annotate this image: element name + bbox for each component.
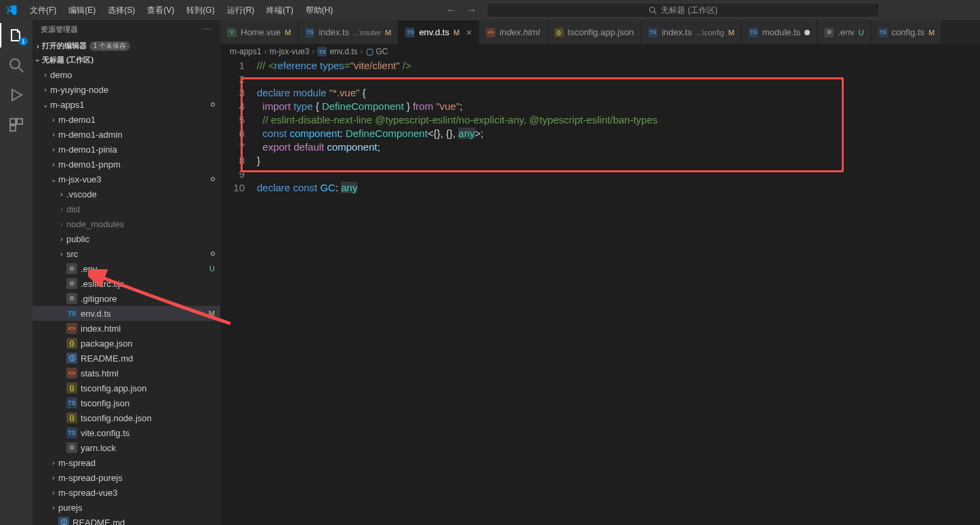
tree-folder[interactable]: ›m-spread-purejs [33,470,220,485]
editor-tab[interactable]: TSenv.d.tsM× [399,20,479,44]
file-icon: ⚙ [824,28,834,37]
tree-file[interactable]: ⚙.envU [33,261,220,276]
code-editor[interactable]: 1/// <reference types="vite/client" />23… [220,59,980,525]
svg-point-2 [10,59,20,69]
tree-folder[interactable]: ⌄m-apps1 [33,97,220,112]
code-line[interactable]: 8} [220,154,980,168]
search-activity-icon[interactable] [8,57,24,73]
menu-item[interactable]: 查看(V) [142,2,180,19]
code-line[interactable]: 10declare const GC: any [220,181,980,195]
file-name: demo [50,70,215,80]
git-status: U [859,28,864,37]
debug-activity-icon[interactable] [8,87,24,103]
tree-file[interactable]: {}package.json [33,336,220,351]
tree-file[interactable]: {}tsconfig.node.json [33,410,220,425]
close-icon[interactable]: × [466,27,472,38]
tree-folder[interactable]: ›.vscode [33,187,220,201]
tree-file[interactable]: TSenv.d.tsM [33,306,220,321]
command-center[interactable]: 无标题 (工作区) [487,3,880,18]
file-name: tsconfig.node.json [81,413,215,423]
editor-tab[interactable]: TSindex.ts...\configM [641,20,742,44]
line-number: 10 [220,181,257,195]
tree-folder[interactable]: ›m-demo1 [33,112,220,127]
tab-name: config.ts [892,27,924,37]
tree-folder[interactable]: ⌄m-jsx-vue3 [33,172,220,187]
tree-folder[interactable]: ›node_modules [33,216,220,231]
tree-folder[interactable]: ›demo [33,67,220,82]
file-name: README.md [73,518,215,526]
code-line[interactable]: 9 [220,168,980,181]
menu-item[interactable]: 文件(F) [24,2,62,19]
tree-folder[interactable]: ›m-demo1-pnpm [33,157,220,172]
editor-tab[interactable]: TSindex.ts...\routerM [298,20,399,44]
code-line[interactable]: 1/// <reference types="vite/client" /> [220,59,980,73]
tree-folder[interactable]: ›dist [33,201,220,216]
menu-item[interactable]: 编辑(E) [63,2,101,19]
tree-folder[interactable]: ›m-spread [33,455,220,470]
explorer-icon[interactable]: 1 [8,27,24,43]
menu-bar: 文件(F)编辑(E)选择(S)查看(V)转到(G)运行(R)终端(T)帮助(H) [24,2,338,19]
tree-folder[interactable]: ›purejs [33,500,220,515]
sidebar-more-icon[interactable]: ⋯ [203,25,212,34]
editor-tab[interactable]: <>index.html [479,20,547,44]
git-status: M [385,28,391,37]
file-icon: TS [749,28,758,37]
nav-back-icon[interactable]: ← [446,4,457,16]
editor-tab[interactable]: TSconfig.tsM [872,20,943,44]
editor-tab[interactable]: {}tsconfig.app.json [548,20,642,44]
tree-file[interactable]: <>stats.html [33,366,220,381]
code-line[interactable]: 3declare module "*.vue" { [220,86,980,100]
menu-item[interactable]: 终端(T) [261,2,298,19]
code-line[interactable]: 2 [220,73,980,86]
tree-file[interactable]: ⚙.gitignore [33,291,220,306]
breadcrumb[interactable]: m-apps1› m-jsx-vue3› TS env.d.ts› ▢ GC [220,44,980,59]
tree-file[interactable]: ⚙.eslintrc.cjs [33,276,220,291]
file-name: stats.html [81,368,215,378]
tree-file[interactable]: ⓘREADME.md [33,351,220,366]
editor-tabs: VHome.vueMTSindex.ts...\routerMTSenv.d.t… [220,20,980,44]
editor-tab[interactable]: ⚙.envU [817,20,872,44]
tree-file[interactable]: ⚙yarn.lock [33,440,220,455]
menu-item[interactable]: 选择(S) [102,2,140,19]
menu-item[interactable]: 运行(R) [222,2,260,19]
workspace-section[interactable]: › 无标题 (工作区) [33,53,220,67]
file-name: purejs [58,503,215,513]
search-icon [649,6,657,14]
svg-rect-5 [17,119,22,124]
file-name: .gitignore [81,294,215,304]
code-line[interactable]: 7 export default component; [220,140,980,154]
tree-folder[interactable]: ›m-yuying-node [33,82,220,97]
file-name: m-demo1-pnpm [58,159,215,170]
file-name: m-spread [58,458,215,468]
tab-name: index.ts [661,27,692,37]
tree-folder[interactable]: ›public [33,231,220,246]
tree-file[interactable]: TStsconfig.json [33,395,220,410]
extensions-activity-icon[interactable] [8,117,24,133]
menu-item[interactable]: 转到(G) [181,2,220,19]
nav-forward-icon[interactable]: → [466,4,477,16]
tree-file[interactable]: TSvite.config.ts [33,425,220,440]
tree-folder[interactable]: ›m-demo1-pinia [33,142,220,157]
tree-file[interactable]: {}tsconfig.app.json [33,381,220,395]
file-name: tsconfig.json [81,398,215,408]
code-line[interactable]: 5 // eslint-disable-next-line @typescrip… [220,113,980,127]
editor-tab[interactable]: TSmodule.ts [742,20,817,44]
tab-name: env.d.ts [419,27,449,37]
menu-item[interactable]: 帮助(H) [300,2,339,19]
tree-folder[interactable]: ›src [33,246,220,261]
tree-folder[interactable]: ›m-spread-vue3 [33,485,220,500]
file-icon: <> [486,28,495,37]
tab-name: Home.vue [241,27,281,37]
search-title: 无标题 (工作区) [661,5,717,16]
tab-name: .env [838,27,855,37]
file-name: yarn.lock [81,443,215,453]
tree-folder[interactable]: ›m-demo1-admin [33,127,220,142]
tree-file[interactable]: <>index.html [33,321,220,336]
tree-file[interactable]: ⓘREADME.md [33,515,220,525]
editor-tab[interactable]: VHome.vueM [220,20,298,44]
code-line[interactable]: 4 import type { DefineComponent } from "… [220,100,980,113]
file-name: m-demo1-pinia [58,144,215,155]
file-name: m-spread-vue3 [58,488,215,498]
open-editors-section[interactable]: › 打开的编辑器 1 个未保存 [33,39,220,53]
code-line[interactable]: 6 const component: DefineComponent<{}, {… [220,127,980,140]
